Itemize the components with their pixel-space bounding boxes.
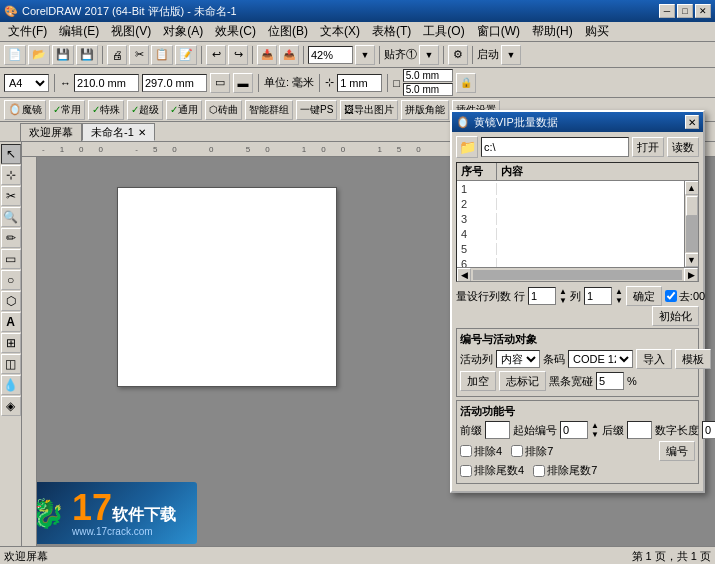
close-button[interactable]: ✕: [695, 4, 711, 18]
active-select[interactable]: 内容: [496, 350, 540, 368]
cut-button[interactable]: ✂: [129, 45, 149, 65]
select-tool[interactable]: ↖: [1, 144, 21, 164]
menu-tools[interactable]: 工具(O): [417, 21, 470, 42]
open-button[interactable]: 打开: [632, 137, 664, 157]
tab-welcome[interactable]: 欢迎屏幕: [20, 123, 82, 141]
open-button[interactable]: 📂: [28, 45, 50, 65]
table-row[interactable]: 6: [457, 256, 684, 267]
settings-button[interactable]: ⚙: [448, 45, 468, 65]
maximize-button[interactable]: □: [677, 4, 693, 18]
start-input[interactable]: [560, 421, 588, 439]
tab-close-icon[interactable]: ✕: [138, 127, 146, 138]
start-up-arrow[interactable]: ▲: [591, 421, 599, 430]
menu-buy[interactable]: 购买: [579, 21, 615, 42]
row-input[interactable]: [528, 287, 556, 305]
mark-button[interactable]: 志标记: [499, 371, 546, 391]
eyedropper-tool[interactable]: 💧: [1, 375, 21, 395]
save-all-button[interactable]: 💾: [76, 45, 98, 65]
confirm-button[interactable]: 确定: [626, 286, 662, 306]
table-scrollbar-h[interactable]: ◀ ▶: [457, 267, 698, 281]
polygon-tool[interactable]: ⬡: [1, 291, 21, 311]
nudge-input[interactable]: [337, 74, 382, 92]
scroll-down-arrow[interactable]: ▼: [685, 253, 699, 267]
smartgroup-plugin[interactable]: 智能群组: [245, 100, 293, 120]
table-scrollbar-v[interactable]: ▲ ▼: [684, 181, 698, 267]
menu-view[interactable]: 视图(V): [105, 21, 157, 42]
scroll-up-arrow[interactable]: ▲: [685, 181, 699, 195]
start-down-arrow[interactable]: ▼: [591, 430, 599, 439]
import-button2[interactable]: 导入: [636, 349, 672, 369]
start-dropdown[interactable]: ▼: [501, 45, 521, 65]
read-button[interactable]: 读数: [667, 137, 699, 157]
path-input[interactable]: [481, 137, 629, 157]
row-down-arrow[interactable]: ▼: [559, 296, 567, 305]
redo-button[interactable]: ↪: [228, 45, 248, 65]
exportimg-plugin[interactable]: 🖼 导出图片: [340, 100, 398, 120]
menu-table[interactable]: 表格(T): [366, 21, 417, 42]
table-row[interactable]: 3: [457, 211, 684, 226]
template-button[interactable]: 模板: [675, 349, 711, 369]
menu-edit[interactable]: 编辑(E): [53, 21, 105, 42]
menu-file[interactable]: 文件(F): [2, 21, 53, 42]
imposition-plugin[interactable]: 拼版角能: [401, 100, 449, 120]
common-plugin[interactable]: ✓ 常用: [49, 100, 85, 120]
general-plugin[interactable]: ✓ 通用: [166, 100, 202, 120]
table-row[interactable]: 2: [457, 196, 684, 211]
scroll-track-h[interactable]: [473, 270, 682, 280]
parallel-tool[interactable]: ◫: [1, 354, 21, 374]
dialog-close-button[interactable]: ✕: [685, 115, 699, 129]
blackbar-input[interactable]: [596, 372, 624, 390]
table-row[interactable]: 4: [457, 226, 684, 241]
interactive-tool[interactable]: ◈: [1, 396, 21, 416]
ellipse-tool[interactable]: ○: [1, 270, 21, 290]
col-down-arrow[interactable]: ▼: [615, 296, 623, 305]
scroll-left-arrow[interactable]: ◀: [457, 268, 471, 282]
scroll-thumb-v[interactable]: [686, 196, 698, 216]
table-rows[interactable]: 1 2 3 4 5 6 7: [457, 181, 684, 267]
addspace-button[interactable]: 加空: [460, 371, 496, 391]
menu-bitmap[interactable]: 位图(B): [262, 21, 314, 42]
rect-tool[interactable]: ▭: [1, 249, 21, 269]
copy-button[interactable]: 📋: [151, 45, 173, 65]
encode-button[interactable]: 编号: [659, 441, 695, 461]
table-row[interactable]: 5: [457, 241, 684, 256]
menu-help[interactable]: 帮助(H): [526, 21, 579, 42]
exclude-tail7-checkbox[interactable]: [533, 465, 545, 477]
page-size-select[interactable]: A4: [4, 74, 49, 92]
minimize-button[interactable]: ─: [659, 4, 675, 18]
table-tool[interactable]: ⊞: [1, 333, 21, 353]
menu-text[interactable]: 文本(X): [314, 21, 366, 42]
exclude-tail4-checkbox[interactable]: [460, 465, 472, 477]
col-up-arrow[interactable]: ▲: [615, 287, 623, 296]
landscape-button[interactable]: ▬: [233, 73, 253, 93]
freehand-tool[interactable]: ✏: [1, 228, 21, 248]
prefix-input[interactable]: [485, 421, 510, 439]
mirror-plugin[interactable]: 🪞 魔镜: [4, 100, 46, 120]
size-w-input[interactable]: [403, 69, 453, 82]
super-plugin[interactable]: ✓ 超级: [127, 100, 163, 120]
barcode-select[interactable]: CODE 128: [568, 350, 633, 368]
portrait-button[interactable]: ▭: [210, 73, 230, 93]
oneps-plugin[interactable]: 一键PS: [296, 100, 337, 120]
goto-checkbox[interactable]: [665, 290, 677, 302]
lock-ratio-button[interactable]: 🔒: [456, 73, 476, 93]
suffix-input[interactable]: [627, 421, 652, 439]
exclude7-checkbox[interactable]: [511, 445, 523, 457]
text-tool[interactable]: A: [1, 312, 21, 332]
zoom-input[interactable]: [308, 46, 353, 64]
length-input[interactable]: [702, 421, 715, 439]
menu-object[interactable]: 对象(A): [157, 21, 209, 42]
brickbend-plugin[interactable]: ⬡ 砖曲: [205, 100, 242, 120]
import-button[interactable]: 📥: [257, 45, 277, 65]
page-height-input[interactable]: [142, 74, 207, 92]
col-input[interactable]: [584, 287, 612, 305]
crop-tool[interactable]: ✂: [1, 186, 21, 206]
paste-button[interactable]: 📝: [175, 45, 197, 65]
undo-button[interactable]: ↩: [206, 45, 226, 65]
new-button[interactable]: 📄: [4, 45, 26, 65]
scroll-track-v[interactable]: [686, 196, 698, 252]
shape-tool[interactable]: ⊹: [1, 165, 21, 185]
export-button[interactable]: 📤: [279, 45, 299, 65]
menu-effects[interactable]: 效果(C): [209, 21, 262, 42]
print-button[interactable]: 🖨: [107, 45, 127, 65]
